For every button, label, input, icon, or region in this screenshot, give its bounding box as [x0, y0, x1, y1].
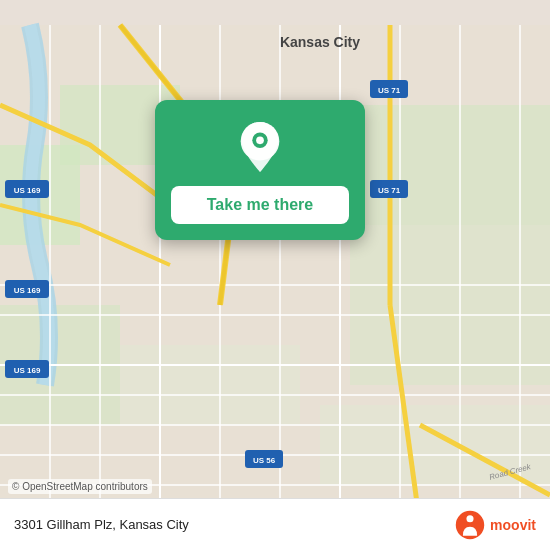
location-pin-icon	[236, 120, 284, 176]
svg-point-44	[256, 136, 264, 144]
map-container: I 35 US 71 US 71 US 169 US 169 US 169 US…	[0, 0, 550, 550]
map-background: I 35 US 71 US 71 US 169 US 169 US 169 US…	[0, 0, 550, 550]
bottom-bar: 3301 Gillham Plz, Kansas City moovit	[0, 498, 550, 550]
svg-text:US 56: US 56	[253, 456, 276, 465]
svg-text:US 169: US 169	[14, 286, 41, 295]
svg-point-46	[467, 515, 474, 522]
svg-text:US 169: US 169	[14, 186, 41, 195]
moovit-icon	[454, 509, 486, 541]
copyright-text: © OpenStreetMap contributors	[8, 479, 152, 494]
svg-text:US 71: US 71	[378, 86, 401, 95]
svg-text:Kansas City: Kansas City	[280, 34, 360, 50]
moovit-logo: moovit	[454, 509, 536, 541]
location-card: Take me there	[155, 100, 365, 240]
svg-text:US 169: US 169	[14, 366, 41, 375]
address-label: 3301 Gillham Plz, Kansas City	[14, 517, 189, 532]
take-me-there-button[interactable]: Take me there	[171, 186, 349, 224]
osm-copyright: © OpenStreetMap contributors	[12, 481, 148, 492]
svg-rect-6	[120, 345, 300, 425]
svg-text:US 71: US 71	[378, 186, 401, 195]
moovit-text: moovit	[490, 517, 536, 533]
